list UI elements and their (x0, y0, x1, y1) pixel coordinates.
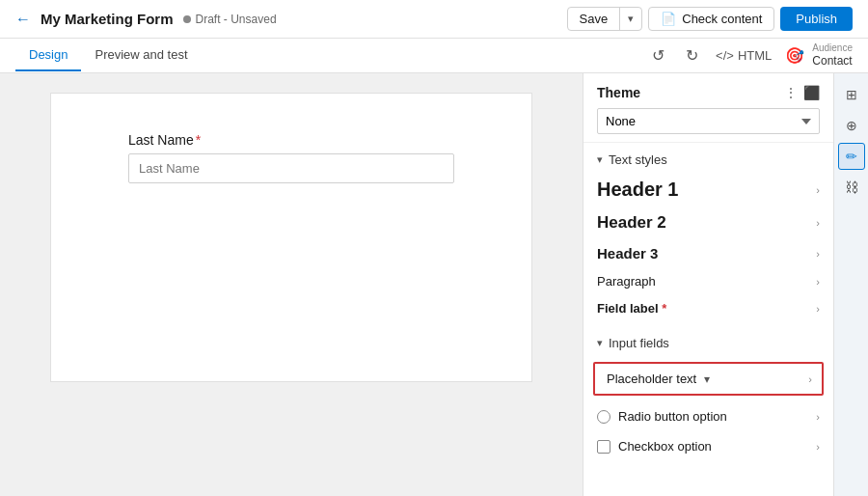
placeholder-text-item[interactable]: Placeholder text ▾ › (593, 362, 824, 396)
panel-scroll: Theme ⋮ ⬛ None ▾ Text styles Header 1 (583, 73, 833, 496)
draft-dot (183, 15, 191, 23)
html-button[interactable]: </> HTML (716, 48, 772, 63)
right-panel: Theme ⋮ ⬛ None ▾ Text styles Header 1 (583, 73, 833, 496)
theme-section: Theme ⋮ ⬛ None (583, 73, 833, 143)
sub-nav-right: ↺ ↻ </> HTML 🎯 Audience Contact (648, 42, 853, 68)
check-content-icon: 📄 (661, 12, 676, 26)
required-asterisk: * (196, 132, 201, 148)
top-bar-left: ← My Marketing Form Draft - Unsaved (15, 11, 277, 28)
header3-chevron: › (816, 248, 820, 260)
add-icon-button[interactable]: ⊕ (838, 112, 865, 139)
form-canvas: Last Name* (50, 93, 532, 382)
audience-bottom-label: Contact (812, 54, 853, 68)
field-label-style-item[interactable]: Field label * › (583, 295, 833, 322)
theme-title: Theme (597, 85, 640, 100)
canvas-area: Last Name* (0, 73, 583, 496)
audience-top-label: Audience (812, 42, 853, 54)
field-label-chevron: › (816, 303, 820, 315)
html-label: HTML (738, 48, 772, 63)
redo-button[interactable]: ↻ (682, 44, 702, 67)
audience-icon: 🎯 (785, 46, 804, 65)
text-styles-header[interactable]: ▾ Text styles (583, 143, 833, 173)
save-dropdown-arrow[interactable]: ▾ (620, 9, 641, 29)
input-fields-header[interactable]: ▾ Input fields (583, 326, 833, 356)
field-label-style-label: Field label * (597, 301, 666, 316)
theme-header: Theme ⋮ ⬛ (597, 85, 820, 100)
radio-chevron: › (816, 411, 820, 423)
placeholder-chevron: › (808, 373, 812, 385)
input-fields-chevron: ▾ (597, 337, 603, 349)
last-name-field-group: Last Name* (128, 132, 454, 183)
radio-circle-icon (597, 410, 610, 424)
back-button[interactable]: ← (15, 11, 31, 28)
tab-design[interactable]: Design (15, 40, 81, 71)
top-bar: ← My Marketing Form Draft - Unsaved Save… (0, 0, 868, 39)
checkbox-box-icon (597, 440, 610, 454)
theme-more-button[interactable]: ⋮ (784, 85, 798, 100)
link-icon-button[interactable]: ⛓ (838, 174, 865, 201)
draft-label: Draft - Unsaved (196, 13, 277, 26)
header1-style-item[interactable]: Header 1 › (583, 173, 833, 207)
html-icon: </> (716, 48, 734, 63)
theme-layout-button[interactable]: ⬛ (803, 85, 820, 100)
text-styles-chevron: ▾ (597, 153, 603, 166)
checkbox-chevron: › (816, 441, 820, 453)
checkbox-left: Checkbox option (597, 439, 712, 454)
form-title: My Marketing Form (41, 11, 174, 27)
placeholder-left: Placeholder text ▾ (607, 372, 710, 386)
edit-icon-button[interactable]: ✏ (838, 143, 865, 170)
text-styles-section: ▾ Text styles Header 1 › Header 2 › Head… (583, 143, 833, 322)
save-button[interactable]: Save ▾ (567, 7, 643, 31)
paragraph-style-item[interactable]: Paragraph › (583, 268, 833, 295)
check-content-label: Check content (682, 12, 762, 26)
header3-label: Header 3 (597, 245, 658, 262)
layout-icon-button[interactable]: ⊞ (838, 81, 865, 108)
radio-left: Radio button option (597, 409, 727, 424)
draft-badge: Draft - Unsaved (183, 13, 277, 26)
input-fields-section: ▾ Input fields Placeholder text ▾ › Radi… (583, 322, 833, 461)
save-label: Save (568, 8, 621, 30)
publish-button[interactable]: Publish (780, 7, 853, 31)
paragraph-label: Paragraph (597, 274, 656, 289)
radio-option-item[interactable]: Radio button option › (583, 401, 833, 431)
top-bar-right: Save ▾ 📄 Check content Publish (567, 7, 853, 31)
header2-style-item[interactable]: Header 2 › (583, 207, 833, 239)
sub-nav: Design Preview and test ↺ ↻ </> HTML 🎯 A… (0, 39, 868, 73)
main-content: Last Name* Theme ⋮ ⬛ None (0, 73, 868, 496)
check-content-button[interactable]: 📄 Check content (648, 7, 774, 31)
paragraph-chevron: › (816, 276, 820, 288)
radio-label: Radio button option (618, 409, 727, 424)
placeholder-dropdown-icon: ▾ (704, 372, 710, 386)
icon-sidebar: ⊞ ⊕ ✏ ⛓ (833, 73, 868, 496)
header3-style-item[interactable]: Header 3 › (583, 239, 833, 268)
theme-select[interactable]: None (597, 108, 820, 134)
checkbox-label: Checkbox option (618, 439, 712, 454)
input-fields-title: Input fields (609, 336, 669, 350)
placeholder-text-label: Placeholder text (607, 372, 696, 386)
field-label-required: * (659, 301, 667, 316)
last-name-input[interactable] (128, 153, 454, 183)
text-styles-title: Text styles (609, 152, 667, 167)
last-name-label: Last Name* (128, 132, 454, 148)
tabs: Design Preview and test (15, 40, 202, 71)
tab-preview[interactable]: Preview and test (81, 40, 201, 71)
header1-label: Header 1 (597, 179, 679, 201)
header2-label: Header 2 (597, 213, 666, 233)
audience-button[interactable]: 🎯 Audience Contact (785, 42, 853, 68)
audience-text: Audience Contact (812, 42, 853, 68)
header1-chevron: › (816, 184, 820, 196)
checkbox-option-item[interactable]: Checkbox option › (583, 431, 833, 461)
undo-button[interactable]: ↺ (648, 44, 668, 67)
theme-icons: ⋮ ⬛ (784, 85, 820, 100)
header2-chevron: › (816, 217, 820, 229)
